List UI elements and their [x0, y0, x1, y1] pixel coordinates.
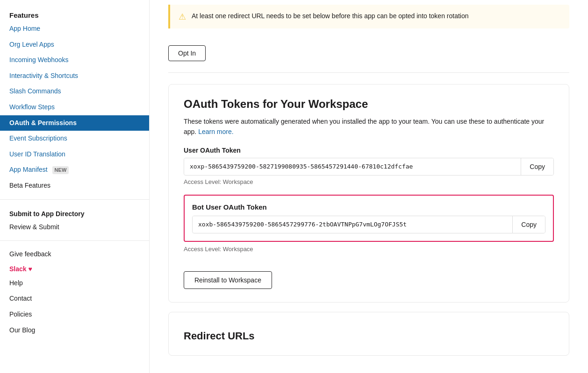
redirect-section-title: Redirect URLs — [184, 330, 554, 342]
oauth-tokens-card: OAuth Tokens for Your Workspace These to… — [168, 84, 569, 303]
sidebar-item-event-subscriptions[interactable]: Event Subscriptions — [0, 131, 149, 147]
sidebar-item-slash-commands[interactable]: Slash Commands — [0, 84, 149, 99]
user-token-value: xoxp-5865439759200-5827199080935-5865457… — [184, 158, 521, 175]
user-token-copy-button[interactable]: Copy — [521, 158, 553, 175]
section-divider-1 — [168, 72, 569, 73]
sidebar-item-org-level-apps[interactable]: Org Level Apps — [0, 37, 149, 53]
warning-text: At least one redirect URL needs to be se… — [192, 11, 469, 21]
sidebar-divider-1 — [0, 199, 149, 200]
bot-token-value: xoxb-5865439759200-5865457299776-2tbOAVT… — [193, 216, 512, 232]
sidebar-item-app-home[interactable]: App Home — [0, 21, 149, 37]
bot-token-copy-button[interactable]: Copy — [512, 216, 545, 233]
sidebar: Features App Home Org Level Apps Incomin… — [0, 0, 150, 373]
sidebar-item-workflow-steps[interactable]: Workflow Steps — [0, 99, 149, 115]
sidebar-item-help[interactable]: Help — [0, 275, 149, 291]
sidebar-item-our-blog[interactable]: Our Blog — [0, 323, 149, 338]
bot-token-access-level: Access Level: Workspace — [184, 246, 554, 253]
sidebar-item-incoming-webhooks[interactable]: Incoming Webhooks — [0, 52, 149, 68]
new-badge: NEW — [52, 166, 69, 174]
sidebar-item-review-submit[interactable]: Review & Submit — [0, 219, 149, 235]
bot-token-label: Bot User OAuth Token — [192, 203, 545, 211]
user-token-label: User OAuth Token — [184, 147, 554, 154]
sidebar-item-interactivity[interactable]: Interactivity & Shortcuts — [0, 68, 149, 84]
warning-icon: ⚠ — [179, 12, 186, 22]
oauth-section-description: These tokens were automatically generate… — [184, 116, 554, 137]
reinstall-button[interactable]: Reinstall to Workspace — [184, 271, 272, 289]
slack-link[interactable]: Slack ♥ — [0, 262, 149, 275]
warning-banner: ⚠ At least one redirect URL needs to be … — [168, 5, 569, 28]
submit-section-title: Submit to App Directory — [0, 205, 149, 219]
features-section-title: Features — [0, 7, 149, 21]
bot-token-row: xoxb-5865439759200-5865457299776-2tbOAVT… — [192, 216, 545, 233]
sidebar-item-app-manifest[interactable]: App Manifest NEW — [0, 162, 149, 178]
oauth-section-title: OAuth Tokens for Your Workspace — [184, 98, 554, 111]
sidebar-item-oauth-permissions[interactable]: OAuth & Permissions — [0, 115, 149, 131]
sidebar-item-beta-features[interactable]: Beta Features — [0, 178, 149, 194]
user-token-access-level: Access Level: Workspace — [184, 178, 554, 185]
user-token-row: xoxp-5865439759200-5827199080935-5865457… — [184, 158, 554, 176]
opt-in-button[interactable]: Opt In — [168, 45, 206, 61]
redirect-urls-card: Redirect URLs — [168, 312, 569, 356]
sidebar-item-user-id-translation[interactable]: User ID Translation — [0, 147, 149, 162]
sidebar-item-give-feedback[interactable]: Give feedback — [0, 246, 149, 262]
sidebar-item-policies[interactable]: Policies — [0, 307, 149, 323]
sidebar-item-contact[interactable]: Contact — [0, 291, 149, 307]
heart-icon: ♥ — [29, 265, 32, 273]
bot-token-box: Bot User OAuth Token xoxb-5865439759200-… — [184, 195, 554, 242]
sidebar-divider-2 — [0, 240, 149, 241]
learn-more-link[interactable]: Learn more. — [198, 128, 233, 135]
main-content: ⚠ At least one redirect URL needs to be … — [150, 0, 588, 373]
